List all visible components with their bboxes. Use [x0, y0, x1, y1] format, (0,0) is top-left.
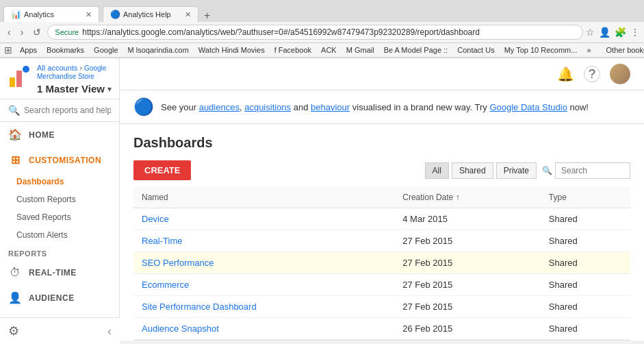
reload-button[interactable]: ↺	[29, 25, 44, 39]
cell-date-5: 26 Feb 2015	[394, 318, 541, 340]
bookmark-apps[interactable]: Apps	[18, 45, 39, 55]
audience-icon: 👤	[8, 291, 22, 304]
bookmarks-bar: ⊞ Apps Bookmarks Google M lsoqarindia.co…	[0, 43, 644, 58]
new-tab-button[interactable]: +	[198, 10, 216, 22]
cell-date-4: 27 Feb 2015	[394, 296, 541, 318]
cell-date-3: 27 Feb 2015	[394, 274, 541, 296]
forward-button[interactable]: ›	[17, 25, 27, 39]
sidebar-sub-dashboards[interactable]: Dashboards	[0, 173, 119, 191]
sidebar-search: 🔍	[0, 99, 119, 122]
dashboard-link-2[interactable]: SEO Performance	[142, 258, 214, 268]
bookmark-facebook[interactable]: f Facebook	[272, 45, 313, 55]
bookmark-icon[interactable]: ☆	[586, 27, 595, 38]
view-dropdown-icon[interactable]: ▾	[107, 84, 112, 94]
avatar[interactable]	[610, 64, 630, 84]
app-container: All accounts › Google Merchandise Store …	[0, 58, 644, 341]
extensions-icon[interactable]: 🧩	[615, 27, 626, 38]
cell-type-4: Shared	[541, 296, 630, 318]
banner-link-audiences[interactable]: audiences	[199, 102, 240, 112]
apps-grid-icon[interactable]: ⊞	[4, 45, 12, 56]
ga-top-right: 🔔 ?	[557, 64, 630, 84]
dashboard-link-0[interactable]: Device	[142, 214, 169, 224]
bookmark-google[interactable]: Google	[92, 45, 120, 55]
bookmark-movies[interactable]: Watch Hindi Movies	[196, 45, 267, 55]
bookmark-gmail2[interactable]: M Gmail	[344, 45, 376, 55]
table-row: Site Performance Dashboard 27 Feb 2015 S…	[133, 296, 630, 318]
banner-icon: 🔵	[133, 97, 154, 116]
table-body: Device 4 Mar 2015 Shared Real-Time 27 Fe…	[133, 208, 630, 340]
tab-bar: 📊 Analytics ✕ 🔵 Analytics Help ✕ +	[0, 0, 644, 22]
dashboards-table: Named Creation Date ↑ Type Device 4	[133, 187, 630, 340]
cell-type-5: Shared	[541, 318, 630, 340]
sidebar-search-icon: 🔍	[8, 105, 20, 116]
main-content: 🔔 ? 🔵 See your audiences, acquisitions a…	[120, 58, 644, 341]
bookmark-ack[interactable]: ACK	[319, 45, 339, 55]
sidebar-item-customisation[interactable]: ⊞ CUSTOMISATION	[0, 147, 119, 173]
bookmark-more[interactable]: »	[584, 45, 593, 55]
tab-close-analytics[interactable]: ✕	[86, 10, 92, 19]
dashboards-title: Dashboards	[133, 135, 630, 151]
sidebar-sub-saved-reports[interactable]: Saved Reports	[0, 208, 119, 226]
view-name: 1 Master View	[37, 83, 105, 95]
menu-icon[interactable]: ⋮	[630, 27, 640, 38]
svg-rect-1	[16, 71, 22, 87]
bookmark-gmail[interactable]: M lsoqarindia.com	[126, 45, 191, 55]
tab-close-help[interactable]: ✕	[185, 10, 191, 19]
realtime-icon: ⏱	[8, 267, 22, 279]
filter-group: All Shared Private 🔍	[425, 162, 630, 179]
cell-name-0: Device	[133, 208, 394, 230]
col-creation-date: Creation Date ↑	[394, 187, 541, 208]
col-type: Type	[541, 187, 630, 208]
table-row: Device 4 Mar 2015 Shared	[133, 208, 630, 230]
view-name-row: 1 Master View ▾	[37, 80, 112, 95]
bookmark-bookmarks[interactable]: Bookmarks	[44, 45, 86, 55]
table-header: Named Creation Date ↑ Type	[133, 187, 630, 208]
bookmark-contact[interactable]: Contact Us	[455, 45, 496, 55]
sidebar-sub-custom-reports[interactable]: Custom Reports	[0, 191, 119, 208]
table-row: Real-Time 27 Feb 2015 Shared	[133, 230, 630, 252]
ga-top-bar: 🔔 ?	[120, 58, 644, 90]
back-button[interactable]: ‹	[4, 25, 14, 39]
address-box[interactable]: Secure https://analytics.google.com/anal…	[47, 25, 583, 40]
create-button[interactable]: CREATE	[133, 160, 191, 180]
cell-type-0: Shared	[541, 208, 630, 230]
help-icon[interactable]: ?	[584, 66, 600, 82]
address-text: https://analytics.google.com/analytics/w…	[82, 27, 480, 37]
table-row: SEO Performance 27 Feb 2015 Shared	[133, 252, 630, 274]
filter-private[interactable]: Private	[496, 162, 537, 179]
cell-date-1: 27 Feb 2015	[394, 230, 541, 252]
dashboard-link-3[interactable]: Ecommerce	[142, 280, 189, 290]
sidebar-sub-custom-alerts[interactable]: Custom Alerts	[0, 226, 119, 244]
tab-analytics[interactable]: 📊 Analytics ✕	[3, 6, 99, 22]
notification-bell-icon[interactable]: 🔔	[557, 66, 574, 82]
dashboard-link-4[interactable]: Site Performance Dashboard	[142, 302, 257, 312]
banner-link-behaviour[interactable]: behaviour	[311, 102, 350, 112]
dashboard-link-1[interactable]: Real-Time	[142, 236, 182, 246]
sidebar-item-audience[interactable]: 👤 AUDIENCE	[0, 285, 119, 310]
sidebar-item-home[interactable]: 🏠 HOME	[0, 122, 119, 147]
banner-link-datastudio[interactable]: Google Data Studio	[489, 102, 567, 112]
filter-search-input[interactable]	[555, 162, 630, 179]
settings-icon[interactable]: ⚙	[8, 323, 19, 339]
banner-text: See your audiences, acquisitions and beh…	[161, 102, 589, 112]
sidebar-item-realtime[interactable]: ⏱ REAL-TIME	[0, 260, 119, 285]
tab-favicon-analytics: 📊	[11, 10, 21, 19]
bookmark-model[interactable]: Be A Model Page ::	[382, 45, 450, 55]
banner-link-acquisitions[interactable]: acquisitions	[244, 102, 291, 112]
filter-all[interactable]: All	[425, 162, 449, 179]
banner: 🔵 See your audiences, acquisitions and b…	[120, 90, 644, 124]
sidebar-collapse-icon[interactable]: ‹	[107, 324, 112, 339]
tab-help[interactable]: 🔵 Analytics Help ✕	[103, 6, 198, 22]
customisation-icon: ⊞	[8, 153, 22, 167]
account-info: All accounts › Google Merchandise Store …	[37, 64, 112, 95]
dashboard-link-5[interactable]: Audience Snapshot	[142, 323, 219, 334]
filter-shared[interactable]: Shared	[452, 162, 493, 179]
bookmark-other[interactable]: Other bookmarks	[604, 45, 644, 55]
table-row: Ecommerce 27 Feb 2015 Shared	[133, 274, 630, 296]
profile-icon[interactable]: 👤	[599, 27, 610, 38]
all-accounts-link[interactable]: All accounts	[37, 64, 77, 72]
bookmark-top10[interactable]: My Top 10 Recomm...	[502, 45, 580, 55]
dashboards-section: Dashboards CREATE All Shared Private 🔍	[120, 124, 644, 341]
sort-icon[interactable]: ↑	[456, 193, 460, 202]
sidebar-search-input[interactable]	[24, 106, 111, 115]
